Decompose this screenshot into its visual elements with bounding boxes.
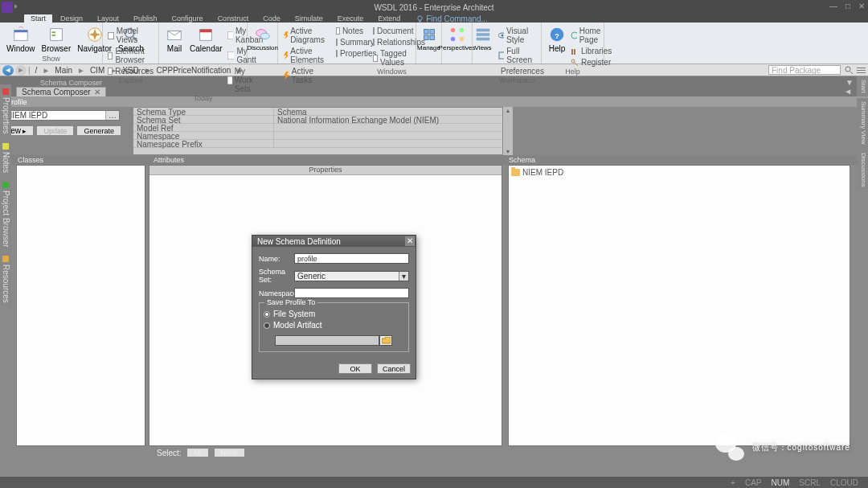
minimize-icon[interactable]: —: [829, 2, 837, 10]
pane-pin-icon[interactable]: ▼: [845, 78, 854, 87]
status-plus[interactable]: +: [731, 478, 735, 487]
lightning-icon: [283, 31, 288, 39]
menu-icon[interactable]: [857, 66, 866, 75]
status-bar: + CAP NUM SCRL CLOUD: [0, 477, 868, 488]
document-toggle[interactable]: Document: [371, 26, 412, 36]
prop-val[interactable]: [274, 140, 502, 147]
side-tab-project-browser[interactable]: Project Browser: [0, 178, 11, 251]
svg-rect-26: [477, 38, 490, 41]
manage-button[interactable]: Manage: [420, 24, 438, 53]
notes-toggle[interactable]: Notes: [334, 26, 365, 36]
browser-button[interactable]: Browser: [39, 24, 75, 55]
my-worksets[interactable]: My Work Sets: [226, 66, 267, 94]
status-cap: CAP: [745, 478, 762, 487]
resources-toggle[interactable]: Resources: [106, 66, 155, 76]
mail-button[interactable]: Mail: [162, 24, 186, 55]
open-folder-icon: [382, 337, 391, 344]
close-icon[interactable]: ✕: [858, 2, 865, 10]
select-none-button[interactable]: None: [214, 448, 246, 457]
svg-rect-10: [200, 30, 212, 33]
active-diagrams[interactable]: Active Diagrams: [281, 26, 328, 45]
side-tab-resources[interactable]: Resources: [0, 252, 11, 306]
checkbox-icon: [373, 55, 378, 62]
profile-select[interactable]: NIEM IEPD …: [3, 110, 120, 121]
svg-point-28: [502, 35, 504, 37]
visual-style[interactable]: Visual Style: [497, 26, 538, 45]
side-tab-start[interactable]: Start: [857, 76, 868, 96]
crumb-cim[interactable]: CIM: [87, 66, 108, 75]
prop-val[interactable]: [274, 124, 502, 131]
svg-rect-39: [857, 70, 866, 71]
active-elements[interactable]: Active Elements: [281, 46, 328, 65]
side-tab-discussions[interactable]: Discussions: [857, 150, 868, 191]
properties-toggle[interactable]: Properties: [334, 48, 365, 59]
prop-val[interactable]: [274, 132, 502, 139]
generate-button[interactable]: Generate: [76, 125, 121, 136]
side-tab-properties[interactable]: Properties: [0, 84, 11, 137]
checkbox-icon: [336, 27, 340, 35]
svg-rect-5: [51, 35, 55, 36]
element-browser-toggle[interactable]: Element Browser: [106, 46, 155, 65]
classes-panel[interactable]: [16, 165, 145, 446]
update-button[interactable]: Update: [36, 125, 74, 136]
search-icon[interactable]: [845, 66, 854, 75]
properties-column-header[interactable]: Properties: [149, 166, 502, 175]
model-views-toggle[interactable]: Model Views: [106, 26, 155, 45]
tab-close-icon[interactable]: ✕: [94, 88, 100, 96]
register[interactable]: Register: [569, 57, 613, 68]
ellipsis-icon[interactable]: …: [105, 111, 119, 120]
preferences[interactable]: Preferences: [497, 66, 538, 76]
radio-icon: [264, 311, 270, 318]
maximize-icon[interactable]: □: [845, 2, 850, 10]
libraries[interactable]: Libraries: [569, 46, 613, 56]
side-tab-notes[interactable]: Notes: [0, 139, 11, 176]
schema-tree-item[interactable]: NIEM IEPD: [511, 168, 847, 177]
prop-val[interactable]: National Information Exchange Model (NIE…: [274, 116, 502, 123]
namespace-input[interactable]: [294, 288, 409, 298]
crumb-main[interactable]: Main: [51, 66, 76, 75]
nav-forward-button[interactable]: ►: [15, 65, 27, 76]
fullscreen-icon: [498, 51, 504, 59]
cancel-button[interactable]: Cancel: [377, 363, 411, 374]
nav-back-button[interactable]: ◄: [2, 65, 14, 76]
full-screen[interactable]: Full Screen: [497, 46, 538, 65]
status-cloud: CLOUD: [830, 478, 858, 487]
window-button[interactable]: Window: [3, 24, 39, 55]
name-input[interactable]: [294, 253, 409, 264]
prop-key: Namespace Prefix: [133, 140, 274, 147]
active-tasks[interactable]: Active Tasks: [281, 66, 328, 85]
prop-key: Namespace: [133, 132, 274, 139]
tab-schema-composer[interactable]: Schema Composer ✕: [16, 87, 106, 96]
find-package-input[interactable]: Find Package: [768, 65, 841, 75]
calendar-button[interactable]: Calendar: [186, 24, 226, 55]
discussion-button[interactable]: Discussion: [251, 24, 274, 53]
tab-nav-left[interactable]: ◄: [844, 87, 852, 96]
select-label: Select:: [157, 449, 182, 457]
prop-val[interactable]: Schema: [274, 108, 502, 115]
properties-icon: [2, 88, 10, 96]
help-button[interactable]: ?Help: [545, 24, 569, 55]
find-command[interactable]: Find Command...: [416, 14, 488, 23]
side-tab-summary[interactable]: Summary View: [857, 98, 868, 148]
scrollbar[interactable]: ▲▼: [503, 107, 513, 155]
summary-toggle[interactable]: Summary: [334, 37, 365, 47]
app-menu-icon[interactable]: [2, 2, 13, 13]
path-input[interactable]: [275, 335, 379, 346]
home-page[interactable]: Home Page: [569, 26, 613, 45]
schemaset-select[interactable]: Generic▾: [294, 271, 409, 281]
new-schema-dialog: New Schema Definition ✕ Name: Schema Set…: [252, 235, 416, 379]
dialog-close-icon[interactable]: ✕: [405, 236, 415, 246]
ok-button[interactable]: OK: [338, 363, 372, 374]
tagged-values-toggle[interactable]: Tagged Values: [371, 48, 412, 68]
select-all-button[interactable]: All: [186, 448, 209, 457]
gantt-icon: [227, 51, 235, 59]
prop-key: Model Ref: [133, 124, 274, 131]
browse-button[interactable]: [379, 335, 392, 346]
relationships-toggle[interactable]: Relationships: [371, 37, 412, 47]
checkbox-icon: [108, 68, 113, 75]
views-button[interactable]: Views: [476, 24, 490, 53]
radio-model-artifact[interactable]: Model Artifact: [264, 321, 404, 330]
radio-file-system[interactable]: File System: [264, 310, 404, 318]
perspectives-button[interactable]: Perspectives: [445, 24, 469, 53]
namespace-label: Namespace:: [259, 289, 294, 297]
